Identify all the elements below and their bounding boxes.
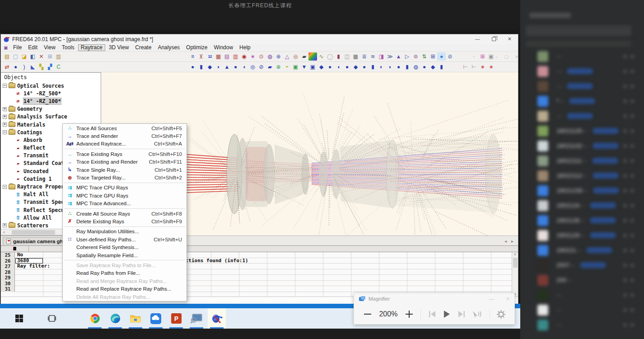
toolbar-icon[interactable]: ▣ xyxy=(487,52,495,61)
toolbar-icon[interactable]: ◣ xyxy=(28,63,37,71)
dropdown-menu-item[interactable]: → Trace Existing Rays Ctrl+Shift+F10 xyxy=(63,150,187,158)
toolbar-icon[interactable]: ▷ xyxy=(403,52,411,61)
camera-icon[interactable] xyxy=(630,114,634,118)
mic-icon[interactable] xyxy=(623,293,627,297)
toolbar-icon[interactable]: ◨ xyxy=(377,52,386,61)
title-bar[interactable]: FRED64 20.01 MPC - [gaussian camera ghos… xyxy=(1,34,518,44)
dropdown-menu-item[interactable]: Read Ray Paths from File... xyxy=(63,269,187,277)
toolbar-icon[interactable]: ◎ xyxy=(248,63,257,71)
member-row[interactable]: 1902124··· xyxy=(520,198,644,213)
tree-item-label[interactable]: Analysis Surface xyxy=(17,113,67,120)
cell-column-a[interactable] xyxy=(15,275,43,281)
tree-toggle[interactable]: + xyxy=(3,223,7,227)
member-row[interactable]: 18022111··· xyxy=(520,153,644,168)
toolbar-icon[interactable]: ⊚ xyxy=(411,52,420,61)
dropdown-menu-item[interactable]: Read and Merge Raytrace Ray Paths... xyxy=(63,277,187,285)
tree-item-label[interactable]: Reflect xyxy=(23,145,45,151)
row-number[interactable]: 26 xyxy=(1,258,15,264)
toolbar-icon[interactable]: ◆ xyxy=(351,63,360,71)
toolbar-icon[interactable]: ◖ xyxy=(334,63,343,71)
menu-item[interactable]: File xyxy=(10,44,24,51)
toolbar-icon[interactable]: ▚ xyxy=(37,63,46,71)
dropdown-menu-item[interactable]: ↳ Trace Single Ray... Ctrl+Shift+1 xyxy=(63,166,187,174)
menu-item[interactable]: Optimize xyxy=(183,44,210,51)
camera-icon[interactable] xyxy=(630,85,634,88)
tree-item[interactable]: 14° -RZ_100* xyxy=(1,97,101,105)
toolbar-icon[interactable]: C xyxy=(54,63,63,71)
toolbar-icon[interactable]: ∗ xyxy=(478,63,487,71)
member-row[interactable]: *··· xyxy=(520,94,644,108)
toolbar-icon[interactable]: ∗ xyxy=(487,63,495,71)
zoom-in-button[interactable] xyxy=(405,310,414,319)
tree-toggle[interactable]: + xyxy=(3,107,7,111)
mic-icon[interactable] xyxy=(623,114,627,118)
toolbar-icon[interactable]: △ xyxy=(283,52,291,61)
tree-toggle[interactable]: − xyxy=(3,185,7,189)
member-search-bar[interactable] xyxy=(526,25,631,36)
toolbar-icon[interactable]: ◖ xyxy=(240,63,248,71)
dropdown-menu-item[interactable]: Save Raytrace Ray Paths to File... xyxy=(63,261,187,269)
mic-icon[interactable] xyxy=(623,99,627,103)
menu-item[interactable]: 3D View xyxy=(106,44,131,51)
dropdown-menu-item[interactable]: ∴ Create All Source Rays Ctrl+Shift+F8 xyxy=(63,210,187,217)
toolbar-icon[interactable]: ⊞ xyxy=(478,52,487,61)
tree-item-label[interactable]: Scatterers xyxy=(17,222,48,229)
restore-button[interactable] xyxy=(492,37,496,41)
toolbar-icon[interactable]: ≫ xyxy=(386,52,394,61)
column-header[interactable]: P xyxy=(1,246,29,252)
dropdown-menu-item[interactable]: ⊕ Trace Targeted Ray... Ctrl+Shift+2 xyxy=(63,174,187,181)
row-number[interactable]: 31 xyxy=(1,286,15,292)
scroll-up-icon[interactable]: ∧ xyxy=(512,252,518,256)
member-row[interactable]: 1902129··· xyxy=(520,228,644,243)
camera-icon[interactable] xyxy=(630,219,634,222)
dropdown-menu-item[interactable]: A⇄ Advanced Raytrace... Ctrl+Shift+A xyxy=(63,140,187,148)
member-row[interactable]: 18021130··· xyxy=(520,123,644,138)
toolbar-icon[interactable] xyxy=(308,52,317,61)
member-row[interactable]: ··· xyxy=(520,302,644,317)
scrollbar-thumb[interactable] xyxy=(12,230,55,235)
camera-icon[interactable] xyxy=(630,234,634,237)
dropdown-menu-item[interactable]: ✗ Delete Existing Rays Ctrl+Shift+F9 xyxy=(63,217,187,225)
menu-item[interactable]: Help xyxy=(237,44,253,51)
previous-button[interactable] xyxy=(428,311,436,318)
menu-item[interactable]: Tools xyxy=(59,44,77,51)
tree-item[interactable]: + Analysis Surface xyxy=(1,113,101,121)
cell-column-a[interactable]: No xyxy=(15,252,43,258)
dropdown-menu-item[interactable]: Spatially Resample Field... xyxy=(63,251,187,259)
mic-icon[interactable] xyxy=(623,144,627,148)
camera-icon[interactable] xyxy=(630,55,634,58)
mic-icon[interactable] xyxy=(623,174,627,178)
mic-icon[interactable] xyxy=(623,189,627,193)
member-row[interactable]: 1902128··· xyxy=(520,213,644,228)
camera-icon[interactable] xyxy=(630,249,634,252)
mic-icon[interactable] xyxy=(623,55,627,58)
magnifier-title-bar[interactable]: Magnifier — ✕ xyxy=(354,293,514,304)
toolbar-icon[interactable]: ▲ xyxy=(394,52,403,61)
tab-scroll-left-icon[interactable]: ◂ xyxy=(504,239,507,244)
toolbar-icon[interactable]: ⊞ xyxy=(46,52,54,61)
mic-icon[interactable] xyxy=(623,249,627,252)
toolbar-icon[interactable]: ⊕ xyxy=(274,63,283,71)
cell-column-a[interactable] xyxy=(15,286,43,292)
sheet-vertical-scrollbar[interactable]: ∧ ∨ xyxy=(512,252,518,297)
row-number[interactable]: 28 xyxy=(1,269,15,275)
tree-item-label[interactable]: Geometry xyxy=(17,106,42,112)
toolbar-icon[interactable]: ⊢ xyxy=(470,63,478,71)
toolbar-icon[interactable]: ◗ xyxy=(214,63,223,71)
camera-icon[interactable] xyxy=(630,323,634,327)
toolbar-icon[interactable]: ▦ xyxy=(214,52,223,61)
tree-item[interactable]: − Optical Sources xyxy=(1,82,101,89)
toolbar-icon[interactable]: ▮ xyxy=(334,52,343,61)
toolbar-icon[interactable]: ● xyxy=(360,63,369,71)
toolbar-icon[interactable]: ◧ xyxy=(28,52,37,61)
toolbar-icon[interactable]: ● xyxy=(326,63,334,71)
tree-item-label[interactable]: 14° -RZ_100* xyxy=(23,98,61,104)
magnifier-window[interactable]: Magnifier — ✕ 200% xyxy=(354,293,515,325)
toolbar-icon[interactable]: ▣ xyxy=(291,63,300,71)
toolbar-icon[interactable]: ◗ xyxy=(386,63,394,71)
tree-toggle[interactable]: − xyxy=(3,130,7,134)
tree-item-label[interactable]: Optical Sources xyxy=(17,83,64,89)
magnifier-minimize-icon[interactable]: — xyxy=(489,296,494,301)
menu-item[interactable]: Create xyxy=(132,44,154,51)
row-number[interactable]: 29 xyxy=(1,275,15,281)
